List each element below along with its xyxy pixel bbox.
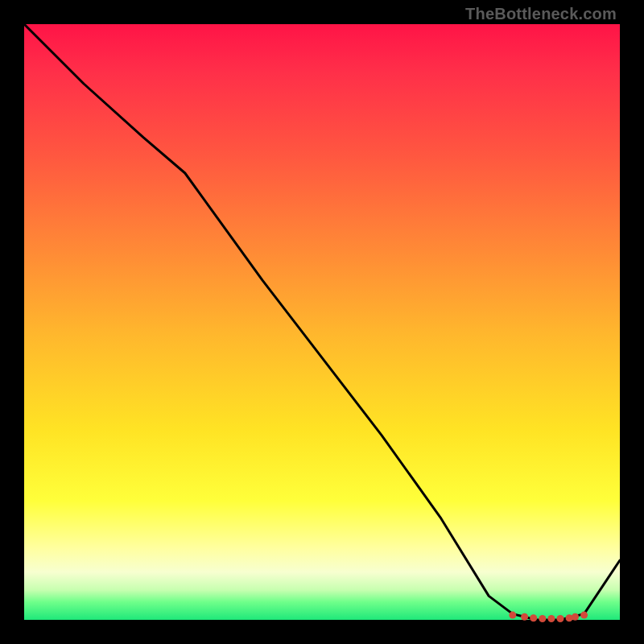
marker-point	[566, 614, 573, 621]
marker-point	[580, 612, 588, 619]
chart-svg	[24, 24, 620, 620]
marker-point	[557, 615, 564, 622]
bottleneck-curve	[24, 24, 620, 620]
marker-point	[521, 613, 528, 621]
marker-point	[572, 613, 579, 621]
chart-frame: TheBottleneck.com	[0, 0, 644, 644]
watermark-text: TheBottleneck.com	[465, 5, 617, 23]
marker-point	[539, 615, 546, 622]
marker-point	[509, 612, 516, 619]
marker-point	[547, 615, 555, 622]
marker-point	[530, 614, 537, 621]
